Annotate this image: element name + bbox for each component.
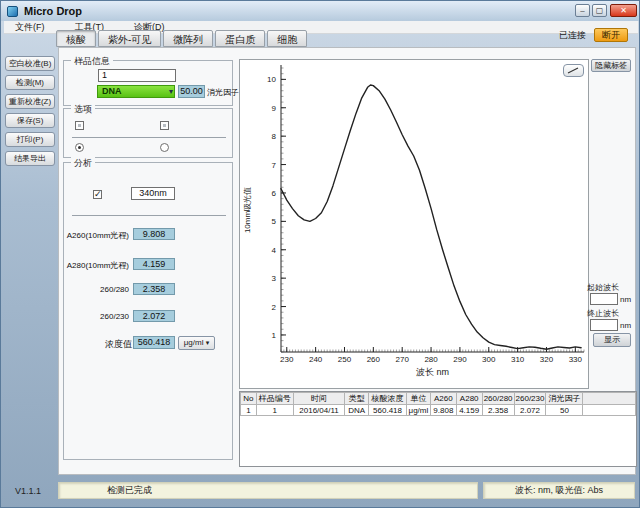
window-title: Micro Drop: [24, 5, 82, 17]
svg-text:3: 3: [272, 274, 277, 283]
sample-type-value: DNA: [102, 86, 122, 96]
analysis-group: 分析 340nm A260(10mm光程)9.808A280(10mm光程)4.…: [63, 162, 233, 460]
concentration-value: 560.418: [133, 336, 175, 349]
unit-dropdown[interactable]: μg/ml ▾: [178, 336, 215, 350]
option-checkbox-2[interactable]: [160, 121, 169, 130]
svg-text:300: 300: [482, 355, 496, 364]
app-icon: [7, 6, 18, 17]
concentration-label: 浓度值: [105, 338, 132, 351]
start-wavelength-input[interactable]: [590, 293, 618, 305]
svg-text:5: 5: [272, 217, 277, 226]
hide-label-button[interactable]: 隐藏标签: [591, 59, 631, 72]
svg-text:6: 6: [272, 189, 277, 198]
table-cell: 9.808: [430, 405, 456, 416]
end-wavelength-label: 终止波长: [587, 308, 619, 319]
tab-1[interactable]: 紫外-可见: [98, 30, 161, 47]
end-wavelength-input[interactable]: [590, 319, 618, 331]
table-header-7: A280: [456, 393, 482, 405]
titlebar: Micro Drop: [1, 1, 640, 21]
result-table-container: No样品编号时间类型核酸浓度单位A260A280260/280260/230消光…: [239, 391, 637, 467]
sample-id-input[interactable]: 1: [98, 69, 176, 82]
analysis-field-value-2: 2.358: [133, 283, 175, 295]
spectrum-plot: 2302402502602702802903003103203301234567…: [240, 60, 588, 388]
sidebar-button-4[interactable]: 打印(P): [5, 132, 55, 147]
tab-3[interactable]: 蛋白质: [215, 30, 265, 47]
unit-value: μg/ml: [184, 338, 204, 347]
analysis-field-label-3: 260/230: [100, 312, 129, 321]
end-nm-unit: nm: [620, 321, 631, 330]
table-header-row: No样品编号时间类型核酸浓度单位A260A280260/280260/230消光…: [241, 393, 636, 405]
table-header-3: 类型: [345, 393, 369, 405]
analysis-divider: [72, 215, 226, 216]
baseline-checkbox[interactable]: [93, 190, 102, 199]
table-header-4: 核酸浓度: [369, 393, 407, 405]
spectrum-chart: 2302402502602702802903003103203301234567…: [239, 59, 589, 389]
options-group: 选项: [63, 108, 233, 158]
sidebar: 空白校准(B)检测(M)重新校准(Z)保存(S)打印(P)结果导出: [5, 56, 55, 166]
analysis-field-value-3: 2.072: [133, 310, 175, 322]
svg-text:330: 330: [569, 355, 583, 364]
tab-2[interactable]: 微阵列: [163, 30, 213, 47]
disconnect-button[interactable]: 断开: [594, 28, 628, 42]
tab-0[interactable]: 核酸: [56, 30, 96, 47]
svg-text:10mm吸光值: 10mm吸光值: [243, 187, 252, 233]
table-header-10: 消光因子: [546, 393, 583, 405]
sidebar-button-2[interactable]: 重新校准(Z): [5, 94, 55, 109]
table-row[interactable]: 112016/04/11DNA560.418μg/ml9.8084.1592.3…: [241, 405, 636, 416]
svg-text:270: 270: [396, 355, 410, 364]
minimize-button[interactable]: –: [575, 4, 590, 17]
table-header-9: 260/230: [514, 393, 546, 405]
sample-type-dropdown[interactable]: DNA ▾: [97, 85, 175, 98]
svg-text:260: 260: [367, 355, 381, 364]
cursor-info: 波长: nm, 吸光值: Abs: [515, 484, 603, 497]
sidebar-button-5[interactable]: 结果导出: [5, 151, 55, 166]
table-header-11: [583, 393, 636, 405]
maximize-button[interactable]: ▢: [592, 4, 607, 17]
options-title: 选项: [71, 103, 95, 116]
table-header-0: No: [241, 393, 257, 405]
start-wavelength-label: 起始波长: [587, 282, 619, 293]
table-cell: 50: [546, 405, 583, 416]
status-message-strip: 检测已完成: [58, 482, 478, 499]
svg-text:230: 230: [280, 355, 294, 364]
sidebar-button-0[interactable]: 空白校准(B): [5, 56, 55, 71]
menu-item-0[interactable]: 文件(F): [13, 21, 47, 34]
table-cell: 2016/04/11: [293, 405, 345, 416]
option-checkbox-1[interactable]: [75, 121, 84, 130]
analysis-field-value-1: 4.159: [133, 258, 175, 270]
svg-text:4: 4: [272, 246, 277, 255]
svg-text:310: 310: [511, 355, 525, 364]
version-label: V1.1.1: [15, 486, 41, 496]
baseline-wavelength-input[interactable]: 340nm: [131, 187, 175, 200]
option-radio-2[interactable]: [160, 143, 169, 152]
close-button[interactable]: ✕: [610, 4, 637, 17]
show-button[interactable]: 显示: [593, 333, 631, 347]
tab-4[interactable]: 细胞: [267, 30, 307, 47]
table-header-6: A260: [430, 393, 456, 405]
option-radio-1[interactable]: [75, 143, 84, 152]
svg-text:1: 1: [272, 331, 277, 340]
table-header-8: 260/280: [482, 393, 514, 405]
svg-text:240: 240: [309, 355, 323, 364]
svg-text:320: 320: [540, 355, 554, 364]
svg-text:250: 250: [338, 355, 352, 364]
svg-text:9: 9: [272, 104, 277, 113]
table-cell: [583, 405, 636, 416]
app-window: Micro Drop – ▢ ✕ 文件(F)工具(T)诊断(D) 核酸紫外-可见…: [0, 0, 640, 508]
status-message: 检测已完成: [107, 484, 152, 497]
analysis-title: 分析: [71, 157, 95, 170]
analysis-field-value-0: 9.808: [133, 228, 175, 240]
cursor-tool-button[interactable]: [563, 64, 584, 77]
table-cell: 560.418: [369, 405, 407, 416]
sidebar-button-3[interactable]: 保存(S): [5, 113, 55, 128]
analysis-field-label-1: A280(10mm光程): [67, 260, 129, 271]
table-cell: 1: [241, 405, 257, 416]
sidebar-button-1[interactable]: 检测(M): [5, 75, 55, 90]
sample-info-group: 样品信息 1 DNA ▾ 50.00 消光因子: [63, 60, 233, 106]
factor-label: 消光因子: [207, 87, 239, 98]
tab-strip: 核酸紫外-可见微阵列蛋白质细胞 已连接 断开: [56, 27, 636, 47]
table-cell: 1: [256, 405, 293, 416]
svg-text:7: 7: [272, 161, 277, 170]
chevron-down-icon: ▾: [206, 339, 210, 346]
connection-status: 已连接: [559, 29, 586, 42]
